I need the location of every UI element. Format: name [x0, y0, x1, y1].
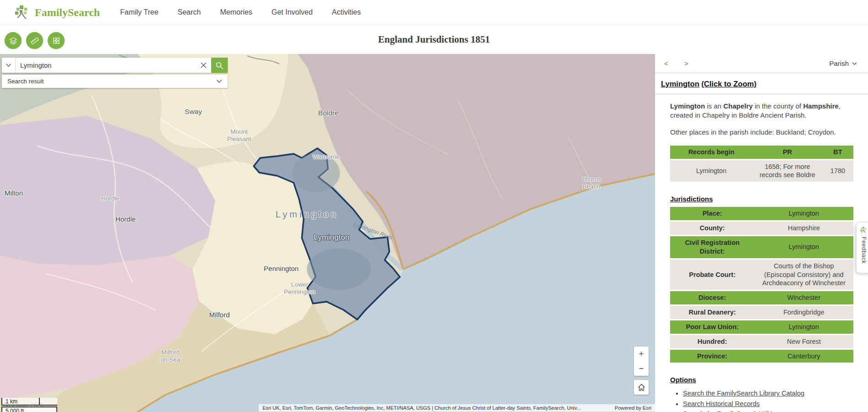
map-zoom-controls: + − [634, 347, 649, 376]
map-attribution: Esri UK, Esri, TomTom, Garmin, GeoTechno… [259, 404, 655, 412]
scalebar-tick [39, 398, 40, 405]
layers-icon [7, 35, 19, 47]
close-icon [200, 62, 207, 69]
zoom-out-button[interactable]: − [634, 361, 649, 376]
next-place-button[interactable]: > [684, 60, 695, 67]
search-mode-dropdown[interactable] [2, 58, 16, 73]
attribution-sources: Esri UK, Esri, TomTom, Garmin, GeoTechno… [262, 405, 581, 411]
logo-wordmark: FamilySearch [35, 6, 100, 19]
option-historical-records-link[interactable]: Search Historical Records [683, 400, 760, 407]
records-header-title: Records begin [670, 146, 753, 159]
jurisdictions-heading[interactable]: Jurisdictions [670, 195, 855, 203]
previous-place-button[interactable]: < [664, 60, 675, 67]
desc-county: Hampshire [803, 102, 839, 110]
familysearch-logo[interactable]: FamilySearch [14, 4, 100, 21]
layers-button[interactable] [5, 32, 22, 49]
panel-body: Lymington is an Chapelry in the county o… [655, 94, 868, 412]
list-item: Search the FamilySearch Library Catalog [683, 388, 855, 398]
nav-search[interactable]: Search [178, 8, 201, 16]
map-search-box [2, 58, 228, 73]
powered-by-esri: Powered by Esri [615, 405, 651, 411]
place-heading: Lymington (Click to Zoom) [661, 80, 857, 88]
home-icon [637, 383, 646, 392]
nav-memories[interactable]: Memories [220, 8, 252, 16]
familysearch-tree-icon [14, 4, 32, 21]
chevron-down-icon [5, 63, 11, 67]
home-extent-button[interactable] [634, 380, 649, 395]
records-begin-table: Records begin PR BT Lymington 1658; For … [670, 144, 853, 184]
table-row: Rural Deanery:Fordingbridge [670, 306, 853, 319]
grid-button[interactable] [48, 32, 65, 49]
jurisdiction-type-dropdown[interactable]: Parish [829, 60, 857, 67]
map-basemap [0, 54, 655, 412]
familysearch-tree-icon [860, 226, 868, 234]
map-toolbar [5, 32, 65, 49]
click-to-zoom-link[interactable]: (Click to Zoom) [701, 80, 756, 88]
list-item: Search Historical Records [683, 399, 855, 409]
chevron-down-icon [852, 62, 857, 65]
table-row: Diocese:Winchester [670, 291, 853, 304]
nav-activities[interactable]: Activities [332, 8, 361, 16]
nav-get-involved[interactable]: Get Involved [272, 8, 313, 16]
search-result-dropdown[interactable]: Search result [2, 75, 228, 88]
search-result-label: Search result [7, 78, 44, 85]
jurisdictions-table: Place:Lymington County:Hampshire Civil R… [670, 206, 853, 364]
feedback-tab[interactable]: Feedback [856, 222, 868, 273]
panel-nav: < > Parish [655, 54, 868, 71]
table-row: Poor Law Union:Lymington [670, 320, 853, 334]
table-row: Civil Registration District:Lymington [670, 236, 853, 258]
table-row: Hundred:New Forest [670, 335, 853, 348]
search-icon [215, 61, 224, 70]
page-title: England Jurisdictions 1851 [0, 34, 868, 45]
desc-place: Lymington [670, 102, 705, 110]
records-header-pr: PR [753, 146, 822, 159]
place-name-link[interactable]: Lymington [661, 80, 699, 88]
measure-button[interactable] [26, 32, 43, 49]
main-nav: Family Tree Search Memories Get Involved… [120, 8, 360, 16]
grid-icon [50, 35, 62, 47]
records-header-bt: BT [822, 146, 853, 159]
table-row: Province:Canterbury [670, 350, 853, 363]
place-description: Lymington is an Chapelry in the county o… [670, 102, 855, 120]
scalebar-ft: 5,000 ft [1, 407, 57, 412]
chevron-down-icon [216, 79, 222, 83]
jurisdiction-type-label: Parish [829, 60, 849, 67]
zoom-in-button[interactable]: + [634, 347, 649, 361]
option-wiki-link[interactable]: Search the FamilySearch Wiki [683, 410, 772, 412]
scalebar-km: 1 km [1, 398, 57, 406]
table-row: County:Hampshire [670, 222, 853, 235]
map-canvas[interactable]: Sway Boldre Mount Pleasant Warborne Milt… [0, 54, 655, 412]
nav-family-tree[interactable]: Family Tree [120, 8, 158, 16]
search-input[interactable] [16, 58, 196, 73]
ruler-icon [29, 35, 41, 47]
search-clear-button[interactable] [196, 58, 211, 73]
jurisdiction-info-panel: < > Parish Lymington (Click to Zoom) Lym… [655, 54, 868, 412]
table-row: Place:Lymington [670, 207, 853, 220]
other-places-note: Other places in the parish include: Buck… [670, 128, 855, 137]
options-heading[interactable]: Options [670, 376, 855, 384]
table-row: Probate Court:Courts of the Bishop (Epis… [670, 260, 853, 290]
desc-type: Chapelry [723, 102, 753, 110]
table-row: Lymington 1658; For more records see Bol… [670, 160, 853, 182]
search-submit-button[interactable] [211, 58, 228, 73]
options-list: Search the FamilySearch Library Catalog … [670, 388, 855, 412]
list-item: Search the FamilySearch Wiki [683, 409, 855, 412]
feedback-label: Feedback [861, 237, 867, 264]
top-navigation-bar: FamilySearch Family Tree Search Memories… [0, 0, 868, 25]
option-library-catalog-link[interactable]: Search the FamilySearch Library Catalog [683, 390, 804, 397]
